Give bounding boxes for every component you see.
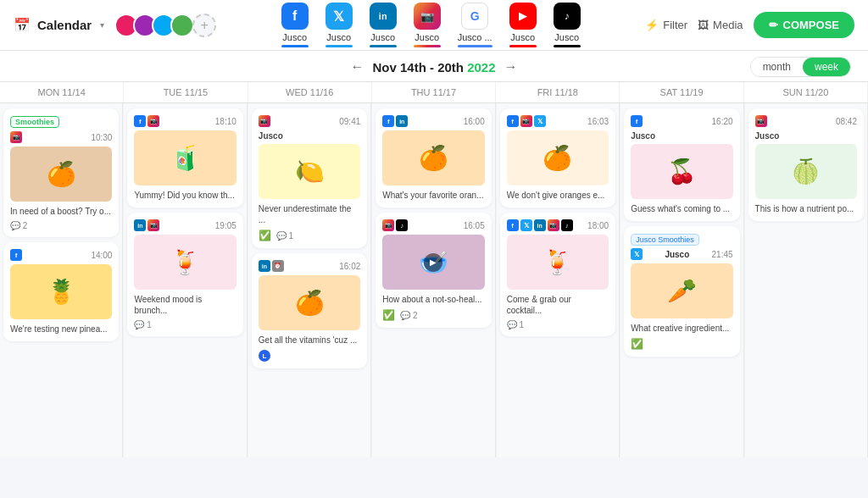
- post-card[interactable]: in ⏰ 16:02 🍊 Get all the vitamins 'cuz .…: [252, 253, 367, 368]
- card-desc: We're testing new pinea...: [10, 324, 112, 335]
- card-desc: What's your favorite oran...: [382, 190, 484, 201]
- card-twitter-icon: 𝕏: [631, 248, 643, 260]
- post-card[interactable]: f 📷 18:10 🧃 Yummy! Did you know th...: [127, 108, 242, 208]
- social-item-youtube[interactable]: ▶ Jusco: [509, 3, 537, 47]
- card-instagram-icon: 📷: [147, 219, 159, 231]
- filter-button[interactable]: ⚡ Filter: [645, 19, 687, 31]
- card-image: 🍊: [259, 275, 360, 330]
- card-desc: How about a not-so-heal...: [382, 294, 484, 305]
- card-time: 18:10: [215, 117, 236, 126]
- card-tiktok-icon: ♪: [396, 219, 408, 231]
- card-clock-icon: ⏰: [272, 260, 284, 272]
- social-item-linkedin[interactable]: in Jusco: [370, 3, 397, 47]
- post-card[interactable]: f 📷 𝕏 16:03 🍊 We don't give oranges e...: [500, 108, 615, 208]
- comment-count: 💬 1: [134, 320, 151, 329]
- card-image: 🍊: [10, 147, 112, 202]
- card-instagram-icon: 📷: [10, 131, 22, 143]
- social-item-instagram[interactable]: 📷 Jusco: [414, 3, 441, 47]
- day-header-sun: SUN 11/20: [744, 82, 868, 102]
- card-image: 🍈: [755, 144, 857, 199]
- card-desc: Never underestimate the ...: [259, 203, 360, 225]
- twitter-icon: 𝕏: [326, 3, 353, 30]
- post-card[interactable]: f 𝕏 in 📷 ♪ 18:00 🍹 Come & grab our cockt…: [500, 213, 615, 336]
- prev-week-button[interactable]: ←: [342, 59, 372, 75]
- top-nav: 📅 Calendar ▾ + f Jusco 𝕏 Jusco in Jusco: [0, 0, 868, 51]
- card-desc: This is how a nutrient po...: [755, 203, 857, 214]
- tiktok-label: Jusco: [554, 32, 579, 42]
- day-header-sat: SAT 11/19: [620, 82, 743, 102]
- card-account: Jusco: [755, 130, 857, 141]
- card-desc: We don't give oranges e...: [507, 190, 609, 201]
- comment-count: 💬 1: [276, 231, 293, 241]
- card-time: 09:41: [339, 117, 360, 126]
- sub-tag: Jusco Smoothies: [631, 234, 699, 246]
- day-col-sat: f 16:20 Jusco 🍒 Guess what's coming to .…: [620, 103, 743, 457]
- comment-count: 💬 2: [10, 221, 27, 230]
- facebook-underline: [281, 45, 309, 47]
- add-member-button[interactable]: +: [192, 14, 216, 37]
- card-desc: Weekend mood is brunch...: [134, 294, 236, 316]
- card-facebook-icon: f: [507, 115, 519, 127]
- post-card[interactable]: f in 16:00 🍊 What's your favorite oran..…: [376, 108, 491, 208]
- social-item-facebook[interactable]: f Jusco: [281, 3, 309, 47]
- post-card[interactable]: 📷 08:42 Jusco 🍈 This is how a nutrient p…: [748, 108, 864, 221]
- media-button[interactable]: 🖼 Media: [698, 19, 743, 31]
- tiktok-underline: [554, 45, 581, 47]
- week-view-button[interactable]: week: [803, 58, 850, 76]
- card-desc: Come & grab our cocktail...: [507, 294, 609, 316]
- card-account: Jusco: [665, 250, 689, 259]
- view-toggle: month week: [750, 57, 851, 77]
- card-linkedin-icon: in: [259, 260, 270, 272]
- calendar-dropdown-arrow[interactable]: ▾: [100, 20, 104, 30]
- play-button[interactable]: ▶: [424, 253, 442, 272]
- card-image: 🍹: [507, 235, 609, 290]
- day-header-wed: WED 11/16: [248, 82, 372, 102]
- avatar-4[interactable]: [170, 14, 194, 37]
- card-time: 18:00: [587, 221, 609, 230]
- card-time: 14:00: [91, 251, 112, 260]
- next-week-button[interactable]: →: [496, 59, 526, 75]
- compose-label: COMPOSE: [783, 19, 839, 31]
- post-card[interactable]: Smoothies 📷 10:30 🍊 In need of a boost? …: [3, 108, 119, 237]
- card-time: 16:00: [464, 117, 485, 126]
- card-image: 🧃: [134, 130, 236, 185]
- card-time: 08:42: [836, 117, 857, 126]
- social-item-tiktok[interactable]: ♪ Jusco: [554, 3, 581, 47]
- social-item-google[interactable]: G Jusco ...: [458, 3, 492, 47]
- social-accounts-nav: f Jusco 𝕏 Jusco in Jusco 📷 Jusco G Jusco…: [281, 3, 581, 47]
- card-facebook-icon: f: [631, 115, 643, 127]
- avatars: +: [120, 14, 216, 37]
- card-linkedin-icon: in: [134, 219, 146, 231]
- post-card[interactable]: f 16:20 Jusco 🍒 Guess what's coming to .…: [624, 108, 739, 221]
- instagram-icon: 📷: [414, 3, 441, 30]
- card-image: 🍋: [259, 144, 360, 199]
- facebook-icon: f: [281, 3, 309, 30]
- post-card[interactable]: in 📷 19:05 🍹 Weekend mood is brunch... 💬…: [127, 213, 242, 336]
- card-time: 16:20: [712, 117, 733, 126]
- linkedin-underline: [370, 45, 397, 47]
- date-range: Nov 14th - 20th 2022: [372, 60, 495, 75]
- card-instagram-icon: 📷: [520, 115, 532, 127]
- card-desc: What creative ingredient...: [631, 323, 732, 334]
- post-card[interactable]: 📷 09:41 Jusco 🍋 Never underestimate the …: [252, 108, 367, 248]
- approved-icon: ✅: [259, 230, 271, 241]
- post-card[interactable]: 📷 ♪ 16:05 🥣 ▶ How about a not-so-heal...…: [376, 213, 491, 328]
- card-image: 🍍: [10, 264, 112, 319]
- card-twitter-icon: 𝕏: [534, 115, 546, 127]
- card-time: 19:05: [215, 221, 236, 230]
- facebook-label: Jusco: [282, 32, 307, 42]
- social-item-twitter[interactable]: 𝕏 Jusco: [326, 3, 353, 47]
- card-instagram-icon: 📷: [755, 115, 767, 127]
- post-card[interactable]: Jusco Smoothies 𝕏 Jusco 21:45 🥕 What cre…: [624, 226, 739, 357]
- card-time: 16:05: [464, 221, 485, 230]
- linkedin-label: Jusco: [370, 32, 395, 42]
- card-image: 🍹: [134, 235, 236, 290]
- post-card[interactable]: f 14:00 🍍 We're testing new pinea...: [3, 242, 119, 341]
- video-container: 🥣 ▶: [382, 235, 484, 290]
- compose-button[interactable]: ✏ COMPOSE: [754, 12, 854, 38]
- month-view-button[interactable]: month: [751, 58, 803, 76]
- card-facebook-icon: f: [507, 219, 519, 231]
- instagram-underline: [414, 45, 441, 47]
- card-account: Jusco: [631, 130, 732, 141]
- nav-right: ⚡ Filter 🖼 Media ✏ COMPOSE: [645, 12, 854, 38]
